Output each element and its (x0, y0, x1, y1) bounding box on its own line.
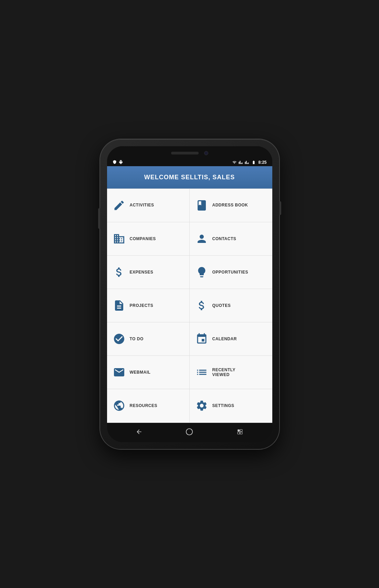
status-bar: 8:25 (107, 159, 272, 166)
svg-point-0 (186, 428, 192, 435)
menu-item-companies[interactable]: COMPANIES (107, 222, 190, 256)
check-circle-icon (113, 332, 126, 345)
mail-icon (113, 366, 126, 379)
document-icon (113, 299, 126, 312)
book-icon (195, 199, 208, 212)
header-title: WELCOME SELLTIS, SALES (114, 174, 265, 181)
person-icon (195, 232, 208, 245)
activities-label: ACTIVITIES (130, 203, 154, 207)
android-icon (119, 160, 123, 165)
opportunities-label: OPPORTUNITIES (212, 270, 249, 275)
contacts-label: CONTACTS (212, 236, 236, 241)
menu-item-todo[interactable]: TO DO (107, 322, 190, 356)
wifi-icon (232, 160, 237, 164)
menu-item-expenses[interactable]: EXPENSES (107, 256, 190, 289)
app-screen: WELCOME SELLTIS, SALES ACTIVITIES ADDRES… (107, 166, 272, 423)
list-icon (195, 366, 208, 379)
globe-icon (113, 399, 126, 412)
signal2-icon (244, 160, 249, 164)
money-icon (113, 266, 126, 279)
menu-item-settings[interactable]: SETTINGS (190, 389, 272, 423)
recent-apps-button[interactable] (235, 427, 245, 437)
svg-rect-4 (240, 432, 242, 434)
calendar-icon (195, 332, 208, 345)
calendar-label: CALENDAR (212, 336, 237, 341)
building-icon (113, 232, 126, 245)
phone-inner: 8:25 WELCOME SELLTIS, SALES ACTIVITIES (107, 146, 272, 442)
companies-label: COMPANIES (130, 236, 156, 241)
back-button[interactable] (134, 427, 144, 437)
menu-item-activities[interactable]: ACTIVITIES (107, 189, 190, 222)
recently-viewed-label: RECENTLY VIEWED (212, 367, 236, 377)
svg-rect-1 (238, 429, 240, 431)
bottom-bezel (107, 423, 272, 442)
menu-item-contacts[interactable]: CONTACTS (190, 222, 272, 256)
resources-label: RESOURCES (130, 403, 158, 408)
home-button[interactable] (185, 427, 194, 437)
pencil-icon (113, 199, 126, 212)
svg-rect-3 (238, 432, 240, 434)
camera (204, 151, 208, 155)
shield-icon (113, 160, 117, 165)
address-book-label: ADDRESS BOOK (212, 203, 248, 207)
quotes-label: QUOTES (212, 303, 231, 308)
battery-icon (251, 160, 257, 164)
phone-device: 8:25 WELCOME SELLTIS, SALES ACTIVITIES (100, 139, 279, 449)
menu-item-address-book[interactable]: ADDRESS BOOK (190, 189, 272, 222)
menu-item-quotes[interactable]: QUOTES (190, 289, 272, 322)
status-icons-right: 8:25 (232, 160, 266, 165)
svg-rect-2 (240, 429, 242, 431)
menu-item-resources[interactable]: RESOURCES (107, 389, 190, 423)
menu-item-opportunities[interactable]: OPPORTUNITIES (190, 256, 272, 289)
speaker (171, 152, 199, 154)
expenses-label: EXPENSES (130, 270, 154, 275)
settings-label: SETTINGS (212, 403, 234, 408)
menu-item-webmail[interactable]: WEBMAIL (107, 356, 190, 389)
gear-icon (195, 399, 208, 412)
menu-item-projects[interactable]: PROJECTS (107, 289, 190, 322)
menu-item-calendar[interactable]: CALENDAR (190, 322, 272, 356)
todo-label: TO DO (130, 336, 144, 341)
status-icons-left (113, 160, 123, 165)
webmail-label: WEBMAIL (130, 370, 151, 375)
top-bezel (107, 146, 272, 159)
menu-item-recently-viewed[interactable]: RECENTLY VIEWED (190, 356, 272, 389)
dollar-icon (195, 299, 208, 312)
bulb-icon (195, 266, 208, 279)
projects-label: PROJECTS (130, 303, 154, 308)
menu-grid: ACTIVITIES ADDRESS BOOK COMPANIES (107, 189, 272, 423)
app-header: WELCOME SELLTIS, SALES (107, 166, 272, 189)
signal-icon (238, 160, 243, 164)
status-time: 8:25 (258, 160, 266, 165)
